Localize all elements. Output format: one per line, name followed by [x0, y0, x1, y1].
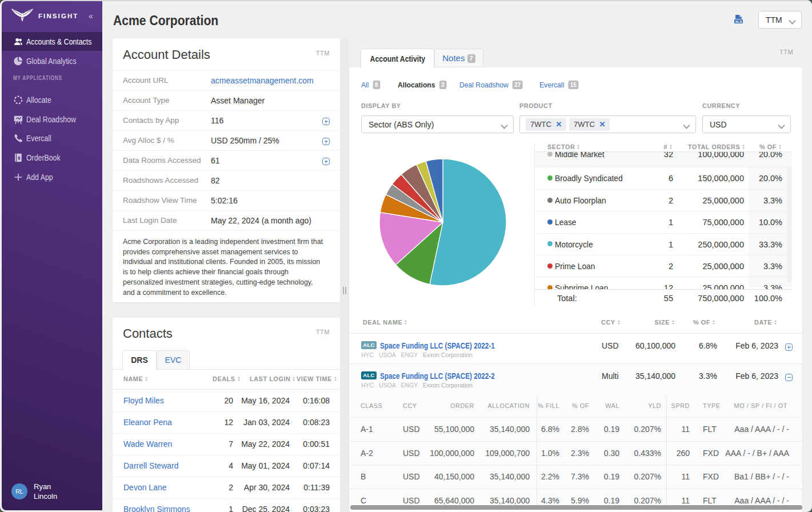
svg-text:XLS: XLS [735, 19, 742, 23]
svg-text:$: $ [18, 155, 21, 161]
